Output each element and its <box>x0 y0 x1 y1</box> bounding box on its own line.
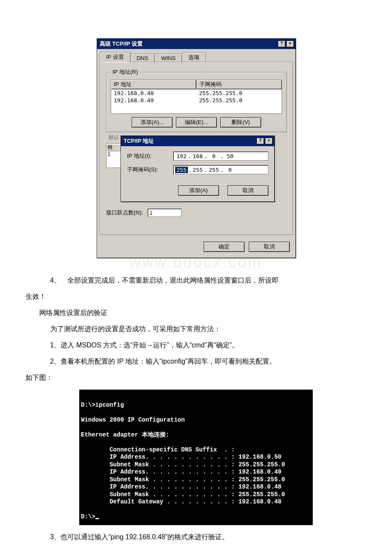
cancel-button[interactable]: 取消 <box>249 242 290 252</box>
dos-line: IP Address. . . . . . . . . . . . : 192.… <box>79 483 281 490</box>
col-mask[interactable]: 子网掩码 <box>196 79 282 90</box>
ip-list[interactable]: 192.168.0.48 255.255.255.0 192.168.0.49 … <box>111 90 282 114</box>
dos-prompt: D:\> <box>79 513 99 520</box>
help-icon[interactable]: ? <box>278 40 285 47</box>
gateway-label-partial: 默认 <box>109 134 119 141</box>
inner-title: TCP/IP 地址 <box>124 137 154 145</box>
inner-cancel-button[interactable]: 取消 <box>228 185 268 196</box>
col-ip[interactable]: IP 地址 <box>111 79 196 90</box>
ok-button[interactable]: 确定 <box>204 242 245 252</box>
hop-label: 接口跃点数(N): <box>106 209 143 217</box>
dos-line: Default Gateway . . . . . . . . . : 192.… <box>79 498 281 505</box>
body-p4: 1、进入 MSDOS 方式：选“开始→运行”，输入“cmd”再“确定”。 <box>26 338 366 352</box>
add-ip-button[interactable]: 添加(A)... <box>132 117 173 127</box>
tcpip-address-dialog: TCP/IP 地址 ? × IP 地址(I): 192. 168. 0. 50 <box>121 136 275 202</box>
inner-titlebar[interactable]: TCP/IP 地址 ? × <box>121 136 274 146</box>
mask-field-row: 子网掩码(S): 255. 255. 255. 0 <box>127 165 268 174</box>
inner-add-button[interactable]: 添加(A) <box>178 185 219 196</box>
ip-address-group: IP 地址(R) IP 地址 子网掩码 192.168.0.48 255.255… <box>106 68 287 132</box>
tab-dns[interactable]: DNS <box>130 54 155 62</box>
dos-line: Subnet Mask . . . . . . . . . . . : 255.… <box>79 491 285 498</box>
ip-buttons: 添加(A)... 编辑(E)... 删除(V) <box>111 117 282 127</box>
body-p1a: 4、 全部设置完成后，不需重新启动，退出此网络属性设置窗口后，所设即 <box>26 274 366 287</box>
body-p5a: 2、查看本机所配置的 IP 地址：输入“ipconfig”再回车，即可看到相关配… <box>26 355 366 368</box>
hop-row: 接口跃点数(N): <box>106 208 287 217</box>
dos-line: Windows 2000 IP Configuration <box>79 416 185 423</box>
dialog-title: 高级 TCP/IP 设置 <box>100 40 143 48</box>
tab-options[interactable]: 选项 <box>182 52 206 62</box>
hop-input[interactable] <box>147 208 182 217</box>
ip-list-row[interactable]: 192.168.0.48 255.255.255.0 <box>111 90 282 97</box>
body-p5b: 如下图： <box>26 371 366 384</box>
ip-field-label: IP 地址(I): <box>127 152 168 160</box>
cell-mask: 255.255.255.0 <box>196 90 282 97</box>
tab-ip-settings[interactable]: IP 设置 <box>100 52 130 62</box>
ip-field-row: IP 地址(I): 192. 168. 0. 50 <box>127 151 268 161</box>
remove-ip-button[interactable]: 删除(V) <box>220 117 261 127</box>
edit-ip-button[interactable]: 编辑(E)... <box>176 117 217 127</box>
cell-ip: 192.168.0.48 <box>111 90 196 97</box>
dialog-titlebar[interactable]: 高级 TCP/IP 设置 ? × <box>97 39 296 49</box>
cursor-icon <box>95 518 99 519</box>
mask-input[interactable]: 255. 255. 255. 0 <box>173 165 268 174</box>
dos-line: D:\>ipconfig <box>79 402 124 408</box>
dos-line: Subnet Mask . . . . . . . . . . . : 255.… <box>79 461 285 468</box>
dos-window: D:\>ipconfig Windows 2000 IP Configurati… <box>79 390 313 525</box>
ip-address-group-label: IP 地址(R) <box>111 68 140 76</box>
help-icon[interactable]: ? <box>257 138 264 145</box>
dos-line: IP Address. . . . . . . . . . . . : 192.… <box>79 468 281 475</box>
body-p1b: 生效！ <box>26 290 366 304</box>
ip-input[interactable]: 192. 168. 0. 50 <box>173 151 268 161</box>
ip-list-header: IP 地址 子网掩码 <box>111 79 282 90</box>
tab-strip: IP 设置 DNS WINS 选项 <box>97 49 296 62</box>
mask-field-label: 子网掩码(S): <box>127 166 168 173</box>
dos-line: Connection-specific DNS Suffix . : <box>79 446 235 453</box>
body-p2: 网络属性设置后的验证 <box>26 306 366 320</box>
dialog-footer: 确定 取消 <box>97 237 296 258</box>
close-icon[interactable]: × <box>286 40 294 47</box>
tab-wins[interactable]: WINS <box>155 54 182 62</box>
ip-list-row[interactable]: 192.168.0.49 255.255.255.0 <box>111 97 282 104</box>
inner-footer: 添加(A) 取消 <box>121 184 274 202</box>
close-icon[interactable]: × <box>265 138 273 145</box>
body-p3: 为了测试所进行的设置是否成功，可采用如下常用方法： <box>26 322 366 336</box>
cell-ip: 192.168.0.49 <box>111 97 196 104</box>
body-p6: 3、也可以通过输入“ping 192.168.0.48”的格式来进行验证。 <box>26 530 366 544</box>
dos-line: Subnet Mask . . . . . . . . . . . : 255.… <box>79 476 285 483</box>
dos-line: IP Address. . . . . . . . . . . . : 192.… <box>79 454 281 460</box>
dos-line: Ethernet adapter 本地连接: <box>79 431 169 438</box>
cell-mask: 255.255.255.0 <box>196 97 282 104</box>
